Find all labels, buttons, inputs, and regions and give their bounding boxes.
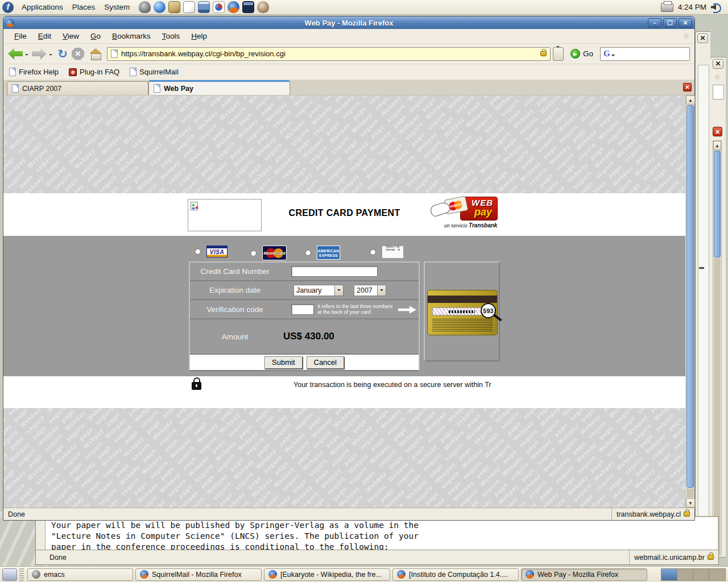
package-icon[interactable] (168, 1, 180, 13)
status-domain: transbank.webpay.cl (611, 508, 694, 520)
task-emacs[interactable]: emacs (27, 568, 133, 581)
card-option-mastercard[interactable]: MasterCard (250, 246, 287, 260)
system-menu[interactable]: System (100, 0, 134, 14)
workspace-2[interactable] (677, 569, 693, 580)
visa-logo-icon: VISA (206, 246, 228, 257)
close-icon[interactable]: ✕ (713, 59, 723, 69)
verification-code-label: Verification code (190, 305, 280, 314)
firefox-window: Web Pay - Mozilla Firefox – ☐ ✕ File Edi… (3, 16, 695, 521)
taskbar-grip (19, 568, 24, 581)
close-icon[interactable]: ✕ (697, 34, 708, 43)
screenshot-icon[interactable] (198, 1, 210, 13)
window-titlebar[interactable]: Web Pay - Mozilla Firefox – ☐ ✕ (3, 16, 694, 29)
menu-tools[interactable]: Tools (157, 30, 185, 42)
reload-button[interactable]: ↻ (56, 48, 69, 60)
volume-icon[interactable] (711, 3, 722, 12)
card-option-diners[interactable]: Diners ClubInternational (370, 246, 404, 259)
credit-card-number-input[interactable] (291, 266, 378, 277)
card-option-amex[interactable]: AMERICAN EXPRESS (305, 246, 340, 260)
forward-history-dropdown-icon[interactable] (49, 54, 52, 57)
maximize-button[interactable]: ☐ (663, 18, 677, 28)
printer-icon[interactable] (661, 3, 673, 12)
arrow-right-icon (398, 305, 416, 314)
back-button[interactable] (8, 48, 23, 60)
firefox-launcher-icon[interactable] (228, 1, 239, 13)
menu-file[interactable]: File (9, 30, 32, 42)
home-button[interactable] (89, 48, 102, 60)
window-edge (698, 65, 709, 525)
clock[interactable]: 4:24 PM (678, 3, 706, 11)
expiration-month-select[interactable]: January (293, 285, 344, 296)
menu-help[interactable]: Help (186, 30, 212, 42)
expiration-year-select[interactable]: 2007 (354, 285, 386, 296)
go-button[interactable]: ▶ Go (566, 49, 598, 59)
gimp-icon[interactable] (257, 1, 269, 13)
background-page-content: Your paper will be will be published by … (45, 518, 717, 550)
firefox-icon (140, 570, 148, 579)
scrollbar-trough[interactable] (714, 258, 721, 554)
search-field-edge (713, 85, 724, 99)
radio-visa[interactable] (195, 248, 201, 255)
stop-button[interactable]: ✕ (72, 48, 84, 60)
gnu-icon (32, 570, 40, 579)
pie-chart-icon[interactable] (213, 1, 225, 13)
menu-go[interactable]: Go (85, 30, 106, 42)
workspace-3[interactable] (693, 569, 709, 580)
search-input[interactable]: G (600, 47, 690, 61)
task-squirrelmail[interactable]: SquirrelMail - Mozilla Firefox (135, 568, 262, 581)
scroll-down-icon[interactable]: ▼ (686, 498, 695, 508)
bookmark-firefox-help[interactable]: Firefox Help (9, 68, 59, 76)
scrollbar[interactable]: ▲ ▼ (685, 95, 694, 508)
chevron-down-icon[interactable] (377, 285, 386, 296)
menu-view[interactable]: View (57, 30, 84, 42)
places-menu[interactable]: Places (68, 0, 100, 14)
url-dropdown-button[interactable] (553, 47, 564, 61)
radio-amex[interactable] (305, 250, 311, 256)
menu-bookmarks[interactable]: Bookmarks (107, 30, 156, 42)
gnu-emacs-icon[interactable] (139, 1, 151, 13)
bookmark-plugin-faq[interactable]: Plug-in FAQ (69, 68, 119, 76)
card-option-visa[interactable]: VISA (195, 246, 228, 257)
chevron-down-icon[interactable] (334, 285, 343, 296)
close-button[interactable]: ✕ (679, 18, 692, 28)
menu-bar: File Edit View Go Bookmarks Tools Help ✳ (3, 29, 694, 44)
task-web-pay[interactable]: Web Pay - Mozilla Firefox (521, 568, 647, 581)
page-header: CREDIT CARD PAYMENT WEB pay MasterCard u… (3, 193, 685, 236)
applications-menu[interactable]: Applications (17, 0, 68, 14)
url-text[interactable]: https://transbank.webpay.cl/cgi-bin/bp_r… (121, 49, 537, 58)
navigation-toolbar: ↻ ✕ https://transbank.webpay.cl/cgi-bin/… (3, 44, 694, 64)
url-bar[interactable]: https://transbank.webpay.cl/cgi-bin/bp_r… (107, 47, 551, 61)
close-tab-button[interactable]: ✕ (683, 83, 692, 92)
minimize-button[interactable]: – (648, 18, 661, 28)
workspace-1[interactable] (661, 569, 677, 580)
task-eukaryote[interactable]: [Eukaryote - Wikipedia, the fre... (264, 568, 390, 581)
scroll-up-icon[interactable]: ▲ (686, 95, 695, 105)
back-history-dropdown-icon[interactable] (25, 54, 28, 57)
web-browser-icon[interactable] (154, 1, 166, 13)
scrollbar-thumb[interactable] (686, 105, 694, 488)
tab-ciarp-2007[interactable]: CIARP 2007 (7, 81, 148, 95)
scrollbar-trough[interactable] (686, 488, 694, 498)
task-instituto[interactable]: [Instituto de Computação 1.4.... (392, 568, 519, 581)
tab-web-pay[interactable]: Web Pay (148, 80, 290, 95)
scroll-up-icon[interactable]: ▲ (713, 141, 721, 150)
submit-button[interactable]: Submit (264, 356, 302, 369)
secure-note-band: Your transaction is being executed on a … (3, 376, 685, 408)
terminal-icon[interactable] (242, 1, 254, 13)
search-engine-dropdown-icon[interactable] (611, 55, 615, 58)
verification-code-input[interactable] (291, 304, 314, 315)
radio-diners[interactable] (370, 249, 376, 255)
forward-button[interactable] (32, 48, 47, 60)
documents-icon[interactable] (183, 1, 195, 13)
scrollbar-thumb[interactable] (714, 151, 721, 257)
menu-edit[interactable]: Edit (33, 30, 56, 42)
radio-mastercard[interactable] (250, 250, 257, 256)
cancel-button[interactable]: Cancel (307, 356, 344, 369)
workspace-switcher (661, 568, 726, 581)
show-desktop-button[interactable] (2, 568, 17, 581)
scrollbar[interactable]: ▲ (713, 140, 722, 555)
stop-icon[interactable]: ✕ (713, 127, 722, 136)
bookmark-squirrelmail[interactable]: SquirrelMail (130, 68, 179, 76)
workspace-4[interactable] (709, 569, 725, 580)
fedora-menu-icon[interactable]: f (2, 2, 14, 13)
